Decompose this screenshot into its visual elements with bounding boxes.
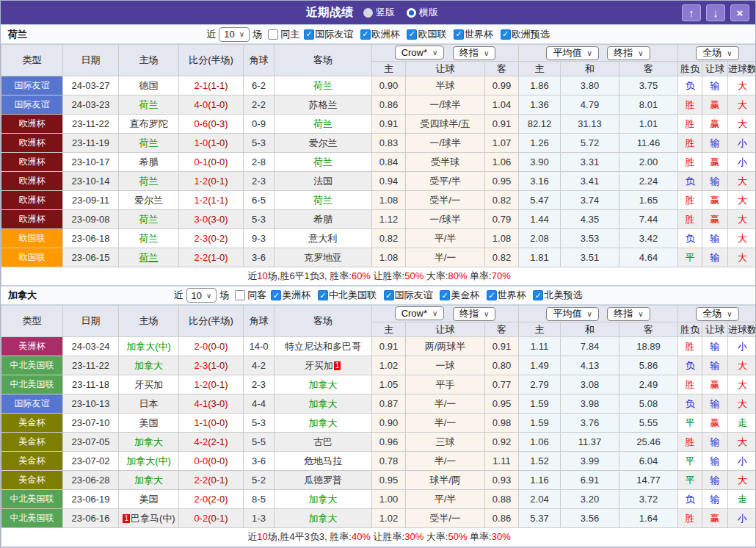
league-filter-label: 欧国联 <box>418 28 446 41</box>
full-score: 1-1 <box>194 417 208 428</box>
league-checkbox[interactable]: ✓ <box>304 29 314 40</box>
half-score: (3-0) <box>208 398 228 409</box>
table-row: 中北美国联 23-06-16 1巴拿马(中) 0-2(0-1) 1-3 加拿大 … <box>1 509 756 528</box>
close-button[interactable]: × <box>730 4 749 21</box>
col-away: 客场 <box>275 306 372 337</box>
corner-count: 6-2 <box>244 76 275 95</box>
same-venue-label: 同主 <box>280 28 299 41</box>
league-checkbox[interactable]: ✓ <box>318 290 328 300</box>
layout-radio-option[interactable]: 横版 <box>407 6 438 19</box>
avg-final-select[interactable]: 终指∨ <box>607 46 650 60</box>
move-up-button[interactable]: ↑ <box>682 4 701 21</box>
odds-source-select[interactable]: Crow*∨ <box>395 46 445 60</box>
table-row: 国际友谊 24-03-27 德国 2-1(1-1) 6-2 荷兰 0.90 半球… <box>1 76 756 95</box>
result-goals: 大 <box>728 115 756 134</box>
home-team-name: 美国 <box>139 494 159 505</box>
home-team: 加拿大(中) <box>119 452 179 471</box>
summary-segment: 40% <box>352 531 371 542</box>
league-checkbox[interactable]: ✓ <box>487 290 497 300</box>
league-badge: 美金杯 <box>1 452 63 471</box>
odds-home: 1.02 <box>372 356 406 375</box>
scope-select[interactable]: 全场∨ <box>696 307 738 321</box>
avg-final-select[interactable]: 终指∨ <box>607 307 650 321</box>
radio-icon[interactable] <box>407 8 416 18</box>
summary-segment: 单率: <box>467 270 491 281</box>
away-team: 苏格兰 <box>275 95 372 115</box>
league-checkbox[interactable]: ✓ <box>454 29 464 40</box>
avg-away: 1.01 <box>619 115 678 134</box>
league-checkbox[interactable]: ✓ <box>407 29 417 40</box>
league-checkbox[interactable]: ✓ <box>501 29 511 40</box>
col-avg-home: 主 <box>519 62 561 76</box>
league-checkbox[interactable]: ✓ <box>533 290 543 300</box>
home-team: 加拿大 <box>119 356 179 375</box>
odds-source-select[interactable]: Crow*∨ <box>395 306 445 320</box>
layout-radio-option[interactable]: 竖版 <box>363 6 395 19</box>
league-filter[interactable]: ✓ 欧洲杯 <box>357 28 400 41</box>
league-badge: 欧洲杯 <box>1 191 63 210</box>
avg-source-select[interactable]: 平均值∨ <box>546 307 598 321</box>
odds-away: 0.79 <box>485 210 519 229</box>
odds-home: 1.00 <box>372 490 406 509</box>
league-filter[interactable]: ✓ 中北美国联 <box>315 289 377 302</box>
score-cell: 2-3(0-2) <box>179 229 244 248</box>
league-filter[interactable]: ✓ 世界杯 <box>484 289 526 302</box>
league-filter[interactable]: ✓ 国际友谊 <box>381 289 433 302</box>
score-cell: 1-2(0-1) <box>179 172 244 191</box>
match-date: 23-09-08 <box>63 210 119 229</box>
league-filter-label: 世界杯 <box>498 289 526 302</box>
league-filter[interactable]: ✓ 美洲杯 <box>268 289 310 302</box>
league-filters: ✓ 国际友谊 ✓ 欧洲杯 ✓ 欧国联 ✓ 世界杯 ✓ 欧洲预选 <box>299 28 550 41</box>
result-wdl: 胜 <box>678 210 702 229</box>
scope-select[interactable]: 全场∨ <box>696 46 738 60</box>
chevron-down-icon: ∨ <box>638 49 643 57</box>
league-filter-label: 北美预选 <box>544 289 582 302</box>
league-filter[interactable]: ✓ 国际友谊 <box>301 28 353 41</box>
league-filter[interactable]: ✓ 欧国联 <box>404 28 446 41</box>
match-date: 23-10-13 <box>63 394 119 414</box>
avg-draw: 4.13 <box>561 356 619 375</box>
odds-final-select[interactable]: 终指∨ <box>453 307 495 321</box>
table-row: 欧洲杯 23-10-14 荷兰 1-2(0-1) 2-3 法国 0.94 受平/… <box>1 172 756 191</box>
corner-count: 5-3 <box>244 210 275 229</box>
result-wdl: 胜 <box>678 375 702 394</box>
avg-source-select[interactable]: 平均值∨ <box>546 46 598 60</box>
corner-count: 2-2 <box>244 95 275 115</box>
match-date: 23-09-11 <box>63 191 119 210</box>
league-filter[interactable]: ✓ 美金杯 <box>437 289 479 302</box>
avg-home: 1.26 <box>519 134 561 153</box>
league-filter[interactable]: ✓ 北美预选 <box>530 289 582 302</box>
odds-away: 1.06 <box>485 153 519 172</box>
same-venue-checkbox[interactable] <box>268 29 278 40</box>
match-count-select[interactable]: 10∨ <box>186 288 217 303</box>
odds-home: 0.91 <box>372 115 406 134</box>
league-checkbox[interactable]: ✓ <box>384 290 394 300</box>
league-checkbox[interactable]: ✓ <box>440 290 450 300</box>
avg-home: 1.36 <box>519 95 561 115</box>
table-row: 国际友谊 24-03-23 荷兰 4-0(1-0) 2-2 苏格兰 0.86 一… <box>1 95 756 115</box>
home-team-name: 加拿大 <box>134 436 163 447</box>
result-goals: 大 <box>728 95 756 115</box>
move-down-button[interactable]: ↓ <box>706 4 725 21</box>
league-filter[interactable]: ✓ 欧洲预选 <box>498 28 550 41</box>
odds-away: 1.08 <box>485 229 519 248</box>
match-count-select[interactable]: 10∨ <box>219 27 250 42</box>
odds-away: 0.95 <box>485 394 519 414</box>
radio-icon[interactable] <box>363 8 373 18</box>
league-checkbox[interactable]: ✓ <box>271 290 281 300</box>
away-team-name: 爱尔兰 <box>309 137 338 148</box>
league-checkbox[interactable]: ✓ <box>360 29 371 40</box>
home-team: 直布罗陀 <box>119 115 179 134</box>
odds-final-select[interactable]: 终指∨ <box>453 46 495 60</box>
match-date: 23-10-14 <box>63 172 119 191</box>
league-badge: 国际友谊 <box>1 95 63 115</box>
result-handicap: 输 <box>702 248 728 267</box>
result-handicap: 输 <box>702 356 728 375</box>
league-filter-label: 世界杯 <box>465 28 493 41</box>
col-odds-away: 客 <box>485 62 519 76</box>
same-venue-checkbox[interactable] <box>235 290 245 300</box>
avg-draw: 5.72 <box>561 134 619 153</box>
avg-away: 1.65 <box>619 191 678 210</box>
league-filter[interactable]: ✓ 世界杯 <box>451 28 493 41</box>
full-score: 0-1 <box>194 156 208 167</box>
